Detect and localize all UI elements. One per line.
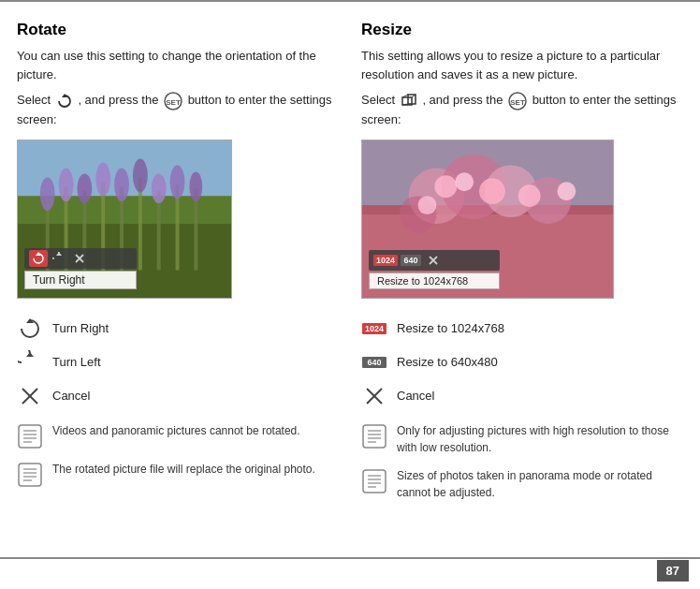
svg-point-59: [479, 178, 505, 204]
rotate-heading: Rotate: [17, 21, 339, 39]
option-cancel-resize: Cancel: [361, 383, 683, 409]
rotate-toolbar-overlay: Turn Right: [24, 248, 137, 289]
rotate-toolbar: [24, 248, 137, 269]
svg-point-60: [418, 196, 437, 214]
option-cancel-rotate: Cancel: [17, 383, 339, 409]
svg-point-16: [59, 168, 74, 201]
rotate-select-text1: Select: [17, 93, 51, 107]
rotate-select-line: Select , and press the SET button to ent…: [17, 91, 339, 130]
turn-right-btn[interactable]: [29, 250, 48, 267]
resize-heading: Resize: [361, 21, 683, 39]
svg-text:SET: SET: [166, 98, 181, 107]
set-btn-icon-right: SET: [508, 92, 527, 110]
turn-left-label: Turn Left: [52, 355, 101, 369]
turn-right-option-icon: [17, 316, 43, 342]
resize-options-list: 1024 Resize to 1024x768 640 Resize to 64…: [361, 316, 683, 409]
rotate-note-2-text: The rotated picture file will replace th…: [52, 461, 315, 478]
rotate-options-list: Turn Right Turn Left: [17, 316, 339, 409]
resize-select-line: Select , and press the SET button: [361, 91, 683, 130]
resize-section: Resize This setting allows you to resize…: [361, 21, 683, 512]
turn-left-option-icon: [17, 349, 43, 375]
resize-tag-640-option: 640: [362, 357, 386, 368]
rotate-note-2: The rotated picture file will replace th…: [17, 461, 339, 488]
svg-point-61: [518, 184, 541, 207]
svg-point-15: [40, 177, 55, 211]
resize-note-2: Sizes of photos taken in panorama mode o…: [361, 467, 683, 501]
resize-note-2-text: Sizes of photos taken in panorama mode o…: [397, 467, 683, 501]
svg-marker-29: [26, 352, 34, 357]
option-turn-right: Turn Right: [17, 316, 339, 342]
cancel-resize-icon: [361, 383, 387, 409]
svg-point-19: [114, 168, 129, 201]
svg-point-58: [455, 172, 474, 191]
resize-toolbar: 1024 640: [369, 250, 500, 271]
resize-tag-1024: 1024: [373, 255, 398, 266]
rotate-select-text2: , and press the: [78, 93, 158, 107]
resize-active-label: Resize to 1024x768: [369, 272, 500, 289]
svg-point-23: [189, 171, 202, 201]
cancel-btn-toolbar[interactable]: [70, 250, 89, 267]
rotate-para1: You can use this setting to change the o…: [17, 47, 339, 83]
note-icon-1: [17, 423, 43, 449]
svg-point-21: [152, 173, 167, 203]
option-turn-left: Turn Left: [17, 349, 339, 375]
turn-right-label: Turn Right: [52, 321, 109, 335]
rotate-section: Rotate You can use this setting to chang…: [17, 21, 339, 512]
rotate-note-1: Videos and panoramic pictures cannot be …: [17, 422, 339, 449]
svg-point-18: [95, 162, 110, 196]
resize-1024-icon: 1024: [361, 316, 387, 342]
rotate-note-1-text: Videos and panoramic pictures cannot be …: [52, 422, 300, 439]
resize-inline-icon: [401, 93, 417, 110]
resize-image-box: 1024 640 Resize to 1024x768: [361, 140, 614, 299]
svg-rect-72: [363, 470, 386, 493]
svg-point-22: [170, 165, 185, 199]
resize-640-label: Resize to 640x480: [397, 355, 498, 369]
resize-select-text1: Select: [361, 93, 395, 107]
resize-note-1-text: Only for adjusting pictures with high re…: [397, 422, 683, 456]
note-icon-2: [17, 462, 43, 488]
resize-1024-label: Resize to 1024x768: [397, 321, 504, 335]
svg-point-62: [557, 182, 576, 200]
svg-rect-32: [19, 425, 41, 448]
resize-640-icon: 640: [361, 349, 387, 375]
svg-point-17: [77, 173, 92, 203]
set-btn-icon-left: SET: [164, 92, 182, 110]
page-number: 87: [657, 560, 689, 582]
resize-para1: This setting allows you to resize a pict…: [361, 47, 683, 83]
svg-rect-67: [363, 425, 386, 448]
cancel-rotate-icon: [17, 383, 43, 409]
svg-text:SET: SET: [510, 98, 525, 107]
turn-left-btn[interactable]: [50, 250, 68, 267]
rotate-active-label: Turn Right: [24, 271, 137, 289]
cancel-rotate-label: Cancel: [52, 389, 90, 403]
rotate-inline-icon: [56, 93, 73, 110]
resize-tag-640: 640: [401, 255, 421, 266]
option-resize-1024: 1024 Resize to 1024x768: [361, 316, 683, 342]
resize-cancel-btn[interactable]: [424, 252, 443, 269]
bottom-divider: [0, 557, 700, 559]
svg-rect-37: [19, 464, 41, 486]
resize-tag-1024-option: 1024: [362, 323, 386, 334]
cancel-resize-label: Cancel: [397, 389, 434, 403]
resize-toolbar-overlay: 1024 640 Resize to 1024x768: [369, 250, 500, 289]
option-resize-640: 640 Resize to 640x480: [361, 349, 683, 375]
svg-point-57: [434, 175, 457, 198]
note-icon-resize-1: [361, 423, 387, 449]
top-divider: [0, 0, 700, 2]
rotate-image-box: Turn Right: [17, 140, 232, 299]
svg-point-20: [133, 158, 148, 192]
resize-select-text2: , and press the: [422, 93, 503, 107]
svg-marker-25: [56, 252, 62, 256]
resize-note-1: Only for adjusting pictures with high re…: [361, 422, 683, 456]
page-container: Rotate You can use this setting to chang…: [0, 4, 700, 550]
note-icon-resize-2: [361, 468, 387, 494]
